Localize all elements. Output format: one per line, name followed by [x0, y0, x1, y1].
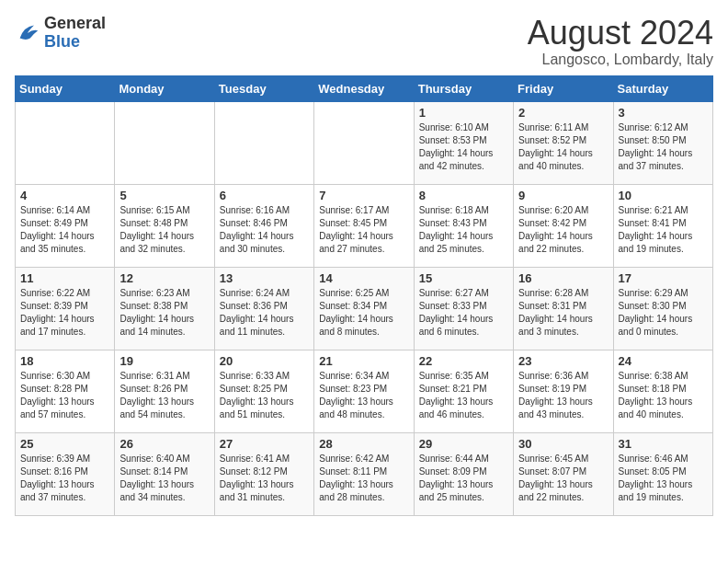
day-number: 9 [518, 189, 608, 202]
day-number: 2 [518, 106, 608, 120]
calendar-cell [16, 101, 115, 184]
day-info: Sunrise: 6:31 AM Sunset: 8:26 PM Dayligh… [119, 370, 209, 421]
weekday-header-tuesday: Tuesday [214, 75, 313, 101]
day-number: 19 [119, 354, 209, 368]
day-info: Sunrise: 6:29 AM Sunset: 8:30 PM Dayligh… [619, 287, 708, 339]
calendar-cell: 20Sunrise: 6:33 AM Sunset: 8:25 PM Dayli… [214, 350, 313, 432]
weekday-header-sunday: Sunday [16, 75, 115, 101]
day-info: Sunrise: 6:22 AM Sunset: 8:39 PM Dayligh… [20, 287, 109, 339]
calendar-body: 1Sunrise: 6:10 AM Sunset: 8:53 PM Daylig… [16, 101, 713, 515]
day-number: 17 [619, 271, 708, 285]
calendar-cell: 23Sunrise: 6:36 AM Sunset: 8:19 PM Dayli… [514, 350, 613, 432]
day-number: 18 [20, 354, 109, 368]
title-block: August 2024 Langosco, Lombardy, Italy [528, 15, 713, 68]
day-number: 29 [419, 437, 508, 451]
day-number: 16 [518, 271, 608, 285]
calendar-week-row: 11Sunrise: 6:22 AM Sunset: 8:39 PM Dayli… [16, 267, 713, 350]
day-info: Sunrise: 6:36 AM Sunset: 8:19 PM Dayligh… [518, 370, 608, 421]
calendar-cell [214, 101, 313, 184]
weekday-header-wednesday: Wednesday [314, 75, 414, 101]
day-number: 30 [518, 437, 608, 451]
calendar-cell: 9Sunrise: 6:20 AM Sunset: 8:42 PM Daylig… [514, 184, 613, 267]
day-info: Sunrise: 6:34 AM Sunset: 8:23 PM Dayligh… [319, 370, 408, 421]
day-number: 7 [319, 189, 408, 202]
day-info: Sunrise: 6:16 AM Sunset: 8:46 PM Dayligh… [220, 204, 309, 256]
calendar-cell [115, 101, 214, 184]
day-info: Sunrise: 6:20 AM Sunset: 8:42 PM Dayligh… [518, 204, 608, 256]
day-number: 20 [220, 354, 309, 368]
weekday-header-saturday: Saturday [613, 75, 712, 101]
calendar-cell: 11Sunrise: 6:22 AM Sunset: 8:39 PM Dayli… [16, 267, 115, 350]
calendar-cell: 15Sunrise: 6:27 AM Sunset: 8:33 PM Dayli… [414, 267, 513, 350]
calendar-cell: 4Sunrise: 6:14 AM Sunset: 8:49 PM Daylig… [16, 184, 115, 267]
weekday-header-thursday: Thursday [414, 75, 513, 101]
logo: General Blue [15, 15, 106, 52]
day-info: Sunrise: 6:39 AM Sunset: 8:16 PM Dayligh… [20, 453, 109, 504]
calendar-cell: 10Sunrise: 6:21 AM Sunset: 8:41 PM Dayli… [613, 184, 712, 267]
day-number: 24 [619, 354, 708, 368]
day-number: 10 [619, 189, 708, 202]
calendar-cell [314, 101, 414, 184]
logo-general-text: General [44, 15, 106, 33]
weekday-header-monday: Monday [115, 75, 214, 101]
calendar-cell: 17Sunrise: 6:29 AM Sunset: 8:30 PM Dayli… [613, 267, 712, 350]
day-number: 27 [220, 437, 309, 451]
calendar-cell: 14Sunrise: 6:25 AM Sunset: 8:34 PM Dayli… [314, 267, 414, 350]
day-number: 1 [419, 106, 508, 120]
day-number: 21 [319, 354, 408, 368]
day-number: 8 [419, 189, 508, 202]
day-info: Sunrise: 6:44 AM Sunset: 8:09 PM Dayligh… [419, 453, 508, 504]
day-number: 15 [419, 271, 508, 285]
month-year-heading: August 2024 [528, 15, 713, 52]
calendar-cell: 3Sunrise: 6:12 AM Sunset: 8:50 PM Daylig… [613, 101, 712, 184]
calendar-table: SundayMondayTuesdayWednesdayThursdayFrid… [15, 75, 713, 516]
day-number: 6 [220, 189, 309, 202]
day-number: 13 [220, 271, 309, 285]
calendar-header: SundayMondayTuesdayWednesdayThursdayFrid… [16, 75, 713, 101]
calendar-cell: 12Sunrise: 6:23 AM Sunset: 8:38 PM Dayli… [115, 267, 214, 350]
calendar-cell: 25Sunrise: 6:39 AM Sunset: 8:16 PM Dayli… [16, 432, 115, 515]
day-info: Sunrise: 6:35 AM Sunset: 8:21 PM Dayligh… [419, 370, 508, 421]
day-number: 31 [619, 437, 708, 451]
calendar-week-row: 4Sunrise: 6:14 AM Sunset: 8:49 PM Daylig… [16, 184, 713, 267]
day-info: Sunrise: 6:10 AM Sunset: 8:53 PM Dayligh… [419, 121, 508, 173]
calendar-cell: 26Sunrise: 6:40 AM Sunset: 8:14 PM Dayli… [115, 432, 214, 515]
calendar-week-row: 18Sunrise: 6:30 AM Sunset: 8:28 PM Dayli… [16, 350, 713, 432]
calendar-cell: 29Sunrise: 6:44 AM Sunset: 8:09 PM Dayli… [414, 432, 513, 515]
day-info: Sunrise: 6:46 AM Sunset: 8:05 PM Dayligh… [619, 453, 708, 504]
day-info: Sunrise: 6:24 AM Sunset: 8:36 PM Dayligh… [220, 287, 309, 339]
day-info: Sunrise: 6:30 AM Sunset: 8:28 PM Dayligh… [20, 370, 109, 421]
day-number: 25 [20, 437, 109, 451]
day-info: Sunrise: 6:27 AM Sunset: 8:33 PM Dayligh… [419, 287, 508, 339]
calendar-cell: 1Sunrise: 6:10 AM Sunset: 8:53 PM Daylig… [414, 101, 513, 184]
day-info: Sunrise: 6:42 AM Sunset: 8:11 PM Dayligh… [319, 453, 408, 504]
day-info: Sunrise: 6:18 AM Sunset: 8:43 PM Dayligh… [419, 204, 508, 256]
day-number: 14 [319, 271, 408, 285]
day-info: Sunrise: 6:17 AM Sunset: 8:45 PM Dayligh… [319, 204, 408, 256]
day-info: Sunrise: 6:25 AM Sunset: 8:34 PM Dayligh… [319, 287, 408, 339]
calendar-cell: 28Sunrise: 6:42 AM Sunset: 8:11 PM Dayli… [314, 432, 414, 515]
calendar-cell: 27Sunrise: 6:41 AM Sunset: 8:12 PM Dayli… [214, 432, 313, 515]
calendar-cell: 8Sunrise: 6:18 AM Sunset: 8:43 PM Daylig… [414, 184, 513, 267]
calendar-week-row: 1Sunrise: 6:10 AM Sunset: 8:53 PM Daylig… [16, 101, 713, 184]
day-number: 3 [619, 106, 708, 120]
calendar-cell: 31Sunrise: 6:46 AM Sunset: 8:05 PM Dayli… [613, 432, 712, 515]
calendar-cell: 24Sunrise: 6:38 AM Sunset: 8:18 PM Dayli… [613, 350, 712, 432]
day-number: 11 [20, 271, 109, 285]
day-info: Sunrise: 6:38 AM Sunset: 8:18 PM Dayligh… [619, 370, 708, 421]
day-info: Sunrise: 6:12 AM Sunset: 8:50 PM Dayligh… [619, 121, 708, 173]
calendar-cell: 19Sunrise: 6:31 AM Sunset: 8:26 PM Dayli… [115, 350, 214, 432]
day-number: 5 [119, 189, 209, 202]
day-info: Sunrise: 6:41 AM Sunset: 8:12 PM Dayligh… [220, 453, 309, 504]
logo-bird-icon [15, 20, 40, 46]
calendar-cell: 21Sunrise: 6:34 AM Sunset: 8:23 PM Dayli… [314, 350, 414, 432]
day-number: 28 [319, 437, 408, 451]
calendar-cell: 5Sunrise: 6:15 AM Sunset: 8:48 PM Daylig… [115, 184, 214, 267]
day-number: 4 [20, 189, 109, 202]
calendar-cell: 16Sunrise: 6:28 AM Sunset: 8:31 PM Dayli… [514, 267, 613, 350]
day-number: 22 [419, 354, 508, 368]
calendar-cell: 13Sunrise: 6:24 AM Sunset: 8:36 PM Dayli… [214, 267, 313, 350]
logo-blue-text: Blue [44, 33, 106, 52]
calendar-cell: 18Sunrise: 6:30 AM Sunset: 8:28 PM Dayli… [16, 350, 115, 432]
day-info: Sunrise: 6:11 AM Sunset: 8:52 PM Dayligh… [518, 121, 608, 173]
